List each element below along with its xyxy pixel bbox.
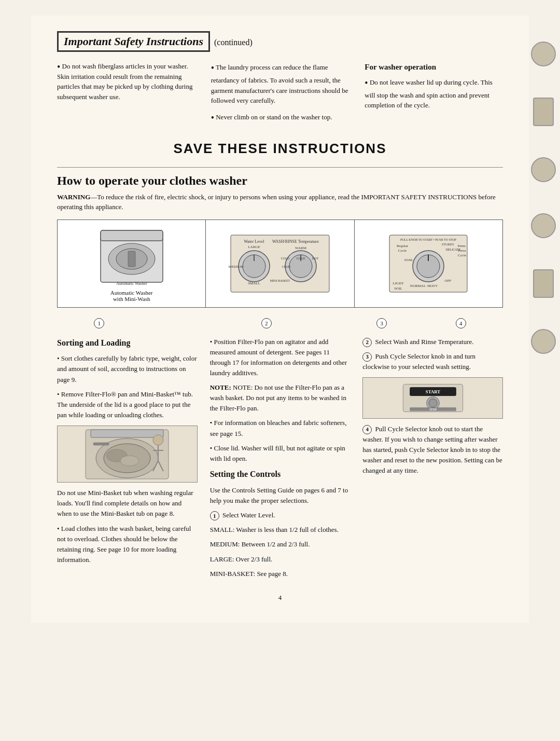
warning-body: —To reduce the risk of fire, electric sh…: [57, 193, 496, 211]
svg-text:STOP: STOP: [429, 408, 437, 411]
large-label: LARGE: Over 2/3 full.: [210, 554, 351, 565]
svg-text:MEDIUM: MEDIUM: [228, 265, 244, 269]
page-number: 4: [57, 594, 503, 602]
note-p: NOTE: NOTE: Do not use the Filter-Flo pa…: [210, 382, 351, 414]
step-numbers: 1 2 3 4: [57, 318, 503, 328]
svg-rect-53: [93, 443, 109, 445]
sorting-p4: • Load clothes into the wash basket, bei…: [57, 524, 198, 566]
close-lid-p: • Close lid. Washer will fill, but not a…: [210, 443, 351, 464]
svg-point-46: [153, 435, 163, 445]
svg-text:COLD: COLD: [282, 265, 291, 268]
svg-text:WARM: WARM: [295, 246, 307, 250]
small-label: SMALL: Washer is less than 1/2 full of c…: [210, 525, 351, 535]
svg-text:START: START: [425, 389, 440, 394]
svg-rect-43: [91, 430, 163, 437]
svg-text:Regular: Regular: [397, 244, 409, 248]
svg-text:Automatic Washer: Automatic Washer: [116, 281, 147, 286]
step3-line: 3 Push Cycle Selector knob in and turn c…: [362, 351, 503, 372]
deco-circle-2: [531, 157, 556, 182]
sorting-heading: Sorting and Loading: [57, 337, 198, 350]
diagram-panel-1: Automatic Washer Automatic Washerwith Mi…: [58, 220, 206, 307]
step1-circle: 1: [210, 511, 219, 520]
step3-circle: 3: [362, 352, 372, 362]
deco-circle-3: [531, 213, 556, 238]
step-1-indicator: 1: [94, 318, 104, 328]
header-row: Important Safety Instructions (continued…: [57, 31, 503, 52]
right-decorations: [526, 0, 560, 741]
svg-text:OFF: OFF: [445, 279, 452, 283]
svg-text:SMALL: SMALL: [248, 281, 260, 285]
main-columns: Sorting and Loading • Sort clothes caref…: [57, 337, 503, 583]
svg-text:LARGE: LARGE: [248, 245, 260, 249]
start-stop-svg: START STOP: [397, 382, 469, 414]
svg-text:MINI BASKET: MINI BASKET: [270, 279, 290, 282]
divider-1: [57, 167, 503, 168]
svg-text:Water Level: Water Level: [244, 239, 264, 244]
safety-p3: • Never climb on or stand on the washer …: [211, 111, 349, 125]
setting-controls-heading: Setting the Controls: [210, 468, 351, 481]
svg-text:HEAVY: HEAVY: [427, 284, 438, 287]
safety-p1: • Do not wash fiberglass articles in you…: [57, 61, 195, 102]
page-title: Important Safety Instructions: [57, 31, 210, 52]
bleach-p: • For information on bleaches and fabric…: [210, 418, 351, 438]
sorting-col: Sorting and Loading • Sort clothes caref…: [57, 337, 198, 583]
svg-text:WASH/RINSE Temperature: WASH/RINSE Temperature: [272, 239, 319, 244]
svg-text:Cycle: Cycle: [458, 253, 466, 257]
sorting-p2: • Remove Filter-Flo® pan and Mini-Basket…: [57, 389, 198, 420]
svg-text:COLD: COLD: [281, 257, 290, 260]
safety-p4: • Do not leave washer lid up during cycl…: [365, 76, 503, 111]
deco-rect-1: [533, 98, 554, 126]
save-instructions-banner: SAVE THESE INSTRUCTIONS: [57, 141, 503, 157]
diagram-panel-3: PULL KNOB TO START • PUSH TO STOP Regula…: [355, 220, 502, 307]
washer-loading-image: [57, 426, 198, 483]
svg-text:STURDY: STURDY: [442, 243, 455, 246]
svg-text:SOAK: SOAK: [404, 258, 413, 262]
svg-text:Cycle: Cycle: [398, 249, 407, 253]
step1-line: 1 Select Water Level.: [210, 510, 351, 520]
continued-text: (continued): [214, 38, 253, 47]
right-col: 2 Select Wash and Rinse Temperature. 3 P…: [362, 337, 503, 583]
step2-line: 2 Select Wash and Rinse Temperature.: [362, 337, 503, 347]
step2-circle: 2: [362, 338, 372, 347]
washer-svg: Automatic Washer: [95, 225, 168, 287]
sorting-p3: Do not use Mini-Basket tub when washing …: [57, 488, 198, 519]
svg-rect-4: [128, 251, 135, 267]
svg-text:NORMAL: NORMAL: [410, 284, 426, 288]
svg-text:SOIL: SOIL: [395, 286, 403, 291]
diagram-panel-2: Water Level WASH/RINSE Temperature LARGE…: [206, 220, 354, 307]
detergent-p: • Position Filter-Flo pan on agitator an…: [210, 337, 351, 379]
step-2-indicator: 2: [261, 318, 272, 328]
deco-circle-1: [531, 42, 556, 66]
safety-p2: • The laundry process can reduce the fla…: [211, 61, 349, 106]
loading-svg: [83, 427, 171, 482]
svg-text:PULL KNOB TO START • PUSH TO S: PULL KNOB TO START • PUSH TO STOP: [400, 238, 457, 241]
sorting-p1: • Sort clothes carefully by fabric type,…: [57, 353, 198, 385]
svg-rect-1: [101, 230, 163, 241]
mini-label: MINI-BASKET: See page 8.: [210, 569, 351, 579]
warning-text: WARNING—To reduce the risk of fire, elec…: [57, 192, 503, 212]
svg-text:Press: Press: [458, 249, 466, 253]
deco-circle-4: [531, 329, 556, 354]
how-to-title: How to operate your clothes washer: [57, 174, 503, 188]
step4-circle: 4: [362, 425, 372, 434]
controls-intro: Use the Controls Setting Guide on pages …: [210, 485, 351, 506]
washer-operation-heading: For washer operation: [365, 61, 503, 73]
title-text: Important Safety Instructions: [64, 35, 203, 48]
step-4-indicator: 4: [456, 318, 466, 328]
step-3-indicator: 3: [376, 318, 387, 328]
safety-col-1: • Do not wash fiberglass articles in you…: [57, 61, 195, 130]
start-stop-image: START STOP: [362, 377, 503, 419]
deco-rect-2: [533, 269, 554, 298]
svg-point-58: [429, 399, 437, 407]
cycle-svg: PULL KNOB TO START • PUSH TO STOP Regula…: [387, 232, 470, 295]
controls-col: • Position Filter-Flo pan on agitator an…: [210, 337, 351, 583]
diagram-box: Automatic Washer Automatic Washerwith Mi…: [57, 219, 503, 308]
step4-line: 4 Pull Cycle Selector knob out to start …: [362, 424, 503, 476]
svg-text:HOT: HOT: [312, 257, 319, 260]
safety-col-2: • The laundry process can reduce the fla…: [211, 61, 349, 130]
svg-text:Perm.: Perm.: [458, 244, 467, 248]
svg-text:LIGHT: LIGHT: [393, 281, 404, 285]
medium-label: MEDIUM: Between 1/2 and 2/3 full.: [210, 539, 351, 550]
controls-svg: Water Level WASH/RINSE Temperature LARGE…: [228, 232, 332, 295]
safety-columns: • Do not wash fiberglass articles in you…: [57, 61, 503, 130]
